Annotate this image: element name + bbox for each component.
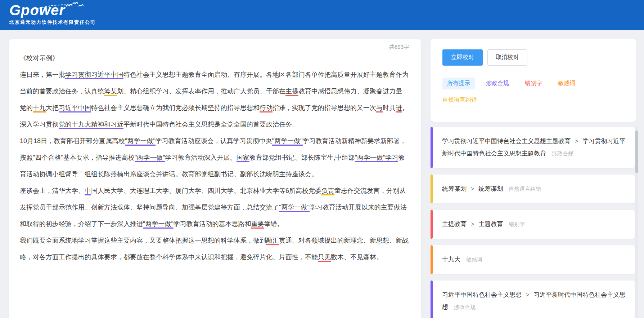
correction-card[interactable]: 学习贯彻习近平中国特色社会主义思想主题教育>学习贯彻习近平新时代中国特色社会主义… [431,127,635,168]
proofread-panel: 立即校对 取消校对 所有提示涉政合规错别字敏感词自然语言纠错 [431,39,636,122]
error-mark-typo[interactable]: 行动 [260,104,273,112]
correction-card[interactable]: 习近平中国特色社会主义思想>习近平新时代中国特色社会主义思想涉政合规 [431,281,635,318]
filter-row: 自然语言纠错 [442,94,628,106]
correction-type-bar [431,281,433,318]
app-root: Gpower 北京通元动力软件技术有限责任公司 共693字 《校对示例》连日来，… [0,0,644,318]
editor-paragraph: 10月18日，教育部召开部分直属高校"两学一做"学习教育活动座谈会，认真学习贯彻… [20,133,410,182]
error-mark-politics[interactable]: 中 [85,187,91,195]
correction-suggestion: 统筹谋划 [478,185,503,192]
error-mark-politics[interactable]: "两学一做" [135,154,165,162]
error-mark-politics[interactable]: "两学一做" [143,220,174,229]
error-mark-politics[interactable]: 国家 [237,154,249,162]
arrow-right-icon: > [575,138,578,144]
document-editor[interactable]: 《校对示例》连日来，第一批学习贯彻习近平中国特色社会主义思想主题教育全面启动、有… [9,39,421,265]
filter-tabs: 所有提示涉政合规错别字敏感词自然语言纠错 [442,78,628,106]
error-mark-nlp[interactable]: 负责 [321,187,334,195]
arrow-right-icon: > [471,186,474,192]
correction-list: 学习贯彻习近平中国特色社会主义思想主题教育>学习贯彻习近平新时代中国特色社会主义… [431,127,635,318]
company-name: 北京通元动力软件技术有限责任公司 [9,19,96,26]
word-count: 共693字 [389,44,409,50]
error-mark-politics[interactable]: 习近平中国 [59,104,91,112]
arrow-right-icon: > [526,292,529,298]
correction-type-tag: 涉政合规 [552,150,573,156]
correction-text: 学习贯彻习近平中国特色社会主义思想主题教育>学习贯彻习近平新时代中国特色社会主义… [442,135,628,160]
error-mark-politics[interactable]: "两学一做" [272,137,303,146]
error-mark-politics[interactable]: 党的十九大精神和习近 [59,121,123,129]
cancel-proofread-button[interactable]: 取消校对 [487,49,527,66]
error-mark-politics[interactable]: "两学一做" [125,137,156,146]
error-mark-typo[interactable]: 与 [376,104,383,112]
filter-sensitive[interactable]: 敏感词 [558,78,575,89]
correction-original: 主提教育 [442,221,467,228]
document-panel: 共693字 《校对示例》连日来，第一批学习贯彻习近平中国特色社会主义思想主题教育… [9,39,421,318]
correction-original: 习近平中国特色社会主义思想 [442,291,522,298]
error-mark-typo[interactable]: 重要 [251,220,264,229]
action-button-row: 立即校对 取消校对 [442,49,636,66]
correction-text: 十九大敏感词 [442,253,628,266]
correction-text: 习近平中国特色社会主义思想>习近平新时代中国特色社会主义思想涉政合规 [442,289,628,313]
error-mark-typo[interactable]: 融汇 [266,237,279,245]
editor-paragraph: 我们既要全面系统地学习掌握这些主要内容，又要整体把握这一思想的科学体系，做到融汇… [20,232,410,265]
editor-paragraph: 座谈会上，清华大学、中国人民大学、大连理工大学、厦门大学、四川大学、北京林业大学… [20,182,410,232]
correction-original: 学习贯彻习近平中国特色社会主义思想主题教育 [442,138,571,145]
correction-text: 主提教育>主题教育错别字 [442,218,628,230]
gpower-logo: Gpower 北京通元动力软件技术有限责任公司 [9,2,96,26]
arrow-right-icon: > [471,221,474,227]
error-mark-politics[interactable]: "两学一做"学习 [355,154,398,162]
error-mark-typo[interactable]: 进 [396,104,402,112]
correction-type-bar [431,210,433,239]
correction-original: 十九大 [442,256,460,263]
error-mark-typo[interactable]: 只见 [318,253,331,262]
correction-type-tag: 错别字 [509,221,525,227]
correction-original: 统筹某划 [442,185,467,192]
editor-paragraph: 《校对示例》 [20,50,410,66]
correction-type-tag: 涉政合规 [454,304,476,310]
correction-suggestion: 主题教育 [478,221,503,228]
correction-card[interactable]: 十九大敏感词 [431,245,635,274]
correction-card[interactable]: 统筹某划>统筹谋划自然语言纠错 [431,175,635,203]
filter-politics[interactable]: 涉政合规 [486,78,509,89]
correction-text: 统筹某划>统筹谋划自然语言纠错 [442,183,628,195]
editor-paragraph: 连日来，第一批学习贯彻习近平中国特色社会主义思想主题教育全面启动、有序开展。各地… [20,66,410,100]
filter-typo[interactable]: 错别字 [525,78,542,89]
app-header: Gpower 北京通元动力软件技术有限责任公司 [0,0,644,30]
results-scrollbar-track [635,127,638,318]
correction-type-bar [431,245,433,274]
correction-type-bar [431,127,433,168]
correction-type-bar [431,175,433,203]
correction-card[interactable]: 主提教育>主题教育错别字 [431,210,635,239]
filter-row: 所有提示涉政合规错别字敏感词 [442,78,628,89]
error-mark-politics[interactable]: 学习贯彻习近平中国 [65,71,123,79]
error-mark-sensitive[interactable]: 十九 [33,104,46,112]
error-mark-politics[interactable]: "两学一做" [279,204,310,212]
error-mark-nlp[interactable]: 筹某 [104,88,117,96]
filter-nlp[interactable]: 自然语言纠错 [442,94,477,106]
filter-all[interactable]: 所有提示 [442,78,475,89]
editor-paragraph: 党的十九大把习近平中国特色社会主义思想确立为我们党必须长期坚持的指导思想和行动指… [20,100,410,133]
birds-icon [32,1,86,11]
proofread-now-button[interactable]: 立即校对 [442,49,483,66]
correction-type-tag: 自然语言纠错 [509,186,541,192]
results-scrollbar-thumb[interactable] [635,131,638,173]
error-mark-typo[interactable]: 主提 [285,88,298,96]
correction-type-tag: 敏感词 [466,256,482,262]
